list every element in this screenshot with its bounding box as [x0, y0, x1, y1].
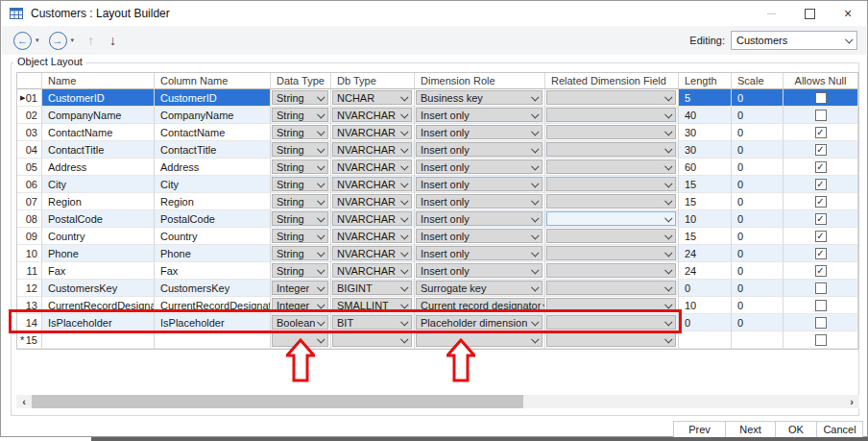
column-header-scale[interactable]: Scale [732, 73, 784, 89]
length-cell[interactable]: 30 [679, 141, 732, 159]
grid-row-13[interactable]: 13CurrentRecordDesignatorCurrentRecordDe… [17, 297, 858, 314]
name-cell[interactable] [42, 331, 155, 349]
back-dropdown-caret-icon[interactable]: ▾ [36, 37, 39, 44]
allows-null-checkbox[interactable]: ✓ [815, 213, 827, 225]
length-cell[interactable]: 30 [679, 124, 732, 141]
column-name-cell[interactable] [155, 331, 271, 349]
scale-cell[interactable]: 0 [732, 176, 784, 193]
db-type-dropdown[interactable]: NVARCHAR [332, 159, 412, 174]
data-type-dropdown[interactable]: String [272, 142, 328, 157]
length-cell[interactable]: 0 [679, 314, 732, 331]
scale-cell[interactable]: 0 [732, 193, 784, 210]
column-name-cell[interactable]: CustomerID [155, 89, 271, 107]
move-down-button[interactable]: ↓ [109, 33, 116, 48]
scale-cell[interactable]: 0 [732, 141, 784, 159]
allows-null-checkbox[interactable] [815, 282, 827, 294]
name-cell[interactable]: PostalCode [42, 210, 155, 228]
length-cell[interactable]: 24 [679, 245, 732, 262]
allows-null-checkbox[interactable]: ✓ [815, 265, 827, 277]
allows-null-checkbox[interactable]: ✓ [815, 127, 827, 138]
length-cell[interactable]: 15 [679, 176, 732, 193]
length-cell[interactable]: 24 [679, 262, 732, 280]
name-cell[interactable]: Phone [42, 245, 155, 262]
scale-cell[interactable]: 0 [732, 210, 784, 228]
minimize-button[interactable] [752, 1, 790, 26]
row-selector[interactable]: 11 [17, 262, 42, 280]
dimension-role-dropdown[interactable]: Insert only [416, 246, 542, 260]
related-dimension-field-dropdown[interactable] [546, 246, 676, 260]
row-selector[interactable]: 07 [17, 193, 42, 210]
dimension-role-dropdown[interactable]: Business key [416, 90, 542, 105]
column-name-cell[interactable]: Region [155, 193, 271, 210]
grid-row-01[interactable]: ▶01CustomerIDCustomerIDStringNCHARBusine… [17, 89, 858, 107]
back-button[interactable]: ← [13, 32, 32, 50]
column-name-cell[interactable]: CustomersKey [155, 280, 271, 297]
row-selector[interactable]: *15 [17, 331, 42, 349]
db-type-dropdown[interactable]: BIGINT [332, 281, 412, 295]
scale-cell[interactable]: 0 [732, 124, 784, 141]
column-header-column-name[interactable]: Column Name [155, 73, 271, 89]
grid-row-14[interactable]: 14IsPlaceholderIsPlaceholderBooleanBITPl… [17, 314, 858, 331]
name-cell[interactable]: CustomerID [42, 89, 155, 107]
next-button[interactable]: Next [725, 421, 776, 438]
db-type-dropdown[interactable]: SMALLINT [332, 298, 412, 312]
allows-null-checkbox[interactable]: ✓ [815, 144, 827, 156]
allows-null-checkbox[interactable] [815, 334, 827, 346]
name-cell[interactable]: CompanyName [42, 107, 155, 124]
data-type-dropdown[interactable]: String [272, 246, 328, 260]
forward-button[interactable]: → [49, 32, 67, 50]
related-dimension-field-dropdown[interactable] [546, 194, 676, 208]
grid-row-10[interactable]: 10PhonePhoneStringNVARCHARInsert only240… [17, 245, 858, 262]
column-name-cell[interactable]: ContactTitle [155, 141, 271, 159]
dimension-role-dropdown[interactable] [416, 332, 542, 347]
column-name-cell[interactable]: Address [155, 159, 271, 176]
data-type-dropdown[interactable]: String [272, 194, 328, 208]
db-type-dropdown[interactable] [332, 332, 412, 347]
scale-cell[interactable]: 0 [732, 280, 784, 297]
row-selector[interactable]: 05 [17, 159, 42, 176]
name-cell[interactable]: City [42, 176, 155, 193]
row-selector[interactable]: 09 [17, 228, 42, 245]
length-cell[interactable]: 0 [679, 280, 732, 297]
name-cell[interactable]: Fax [42, 262, 155, 280]
db-type-dropdown[interactable]: NVARCHAR [332, 246, 412, 260]
related-dimension-field-dropdown[interactable] [546, 142, 676, 157]
grid-row-03[interactable]: 03ContactNameContactNameStringNVARCHARIn… [17, 124, 858, 141]
column-name-cell[interactable]: City [155, 176, 271, 193]
scale-cell[interactable]: 0 [732, 228, 784, 245]
name-cell[interactable]: IsPlaceholder [42, 314, 155, 331]
scale-cell[interactable]: 0 [732, 159, 784, 176]
related-dimension-field-dropdown[interactable] [546, 315, 676, 330]
cancel-button[interactable]: Cancel [816, 421, 863, 438]
data-type-dropdown[interactable]: Integer [272, 298, 328, 312]
dimension-role-dropdown[interactable]: Insert only [416, 108, 542, 122]
column-name-cell[interactable]: Phone [155, 245, 271, 262]
data-type-dropdown[interactable]: Integer [272, 281, 328, 295]
column-name-cell[interactable]: ContactName [155, 124, 271, 141]
dimension-role-dropdown[interactable]: Insert only [416, 125, 542, 139]
length-cell[interactable]: 10 [679, 210, 732, 228]
dimension-role-dropdown[interactable]: Insert only [416, 263, 542, 278]
grid-row-09[interactable]: 09CountryCountryStringNVARCHARInsert onl… [17, 228, 858, 245]
allows-null-checkbox[interactable] [815, 300, 827, 311]
related-dimension-field-dropdown[interactable] [546, 332, 676, 347]
row-selector[interactable]: 12 [17, 280, 42, 297]
name-cell[interactable]: Country [42, 228, 155, 245]
db-type-dropdown[interactable]: NCHAR [332, 90, 412, 105]
row-selector[interactable]: 04 [17, 141, 42, 159]
grid-row-15[interactable]: *15 [17, 331, 858, 349]
data-type-dropdown[interactable]: String [272, 229, 328, 243]
grid-row-02[interactable]: 02CompanyNameCompanyNameStringNVARCHARIn… [17, 107, 858, 124]
column-name-cell[interactable]: Country [155, 228, 271, 245]
column-name-cell[interactable]: PostalCode [155, 210, 271, 228]
grid-row-12[interactable]: 12CustomersKeyCustomersKeyIntegerBIGINTS… [17, 280, 858, 297]
name-cell[interactable]: Region [42, 193, 155, 210]
move-up-button[interactable]: ↑ [87, 33, 94, 48]
grid-row-05[interactable]: 05AddressAddressStringNVARCHARInsert onl… [17, 159, 858, 176]
related-dimension-field-dropdown[interactable] [546, 177, 676, 191]
db-type-dropdown[interactable]: NVARCHAR [332, 211, 412, 226]
grid-row-06[interactable]: 06CityCityStringNVARCHARInsert only150✓ [17, 176, 858, 193]
dimension-role-dropdown[interactable]: Insert only [416, 177, 542, 191]
maximize-button[interactable] [790, 1, 829, 26]
db-type-dropdown[interactable]: NVARCHAR [332, 177, 412, 191]
